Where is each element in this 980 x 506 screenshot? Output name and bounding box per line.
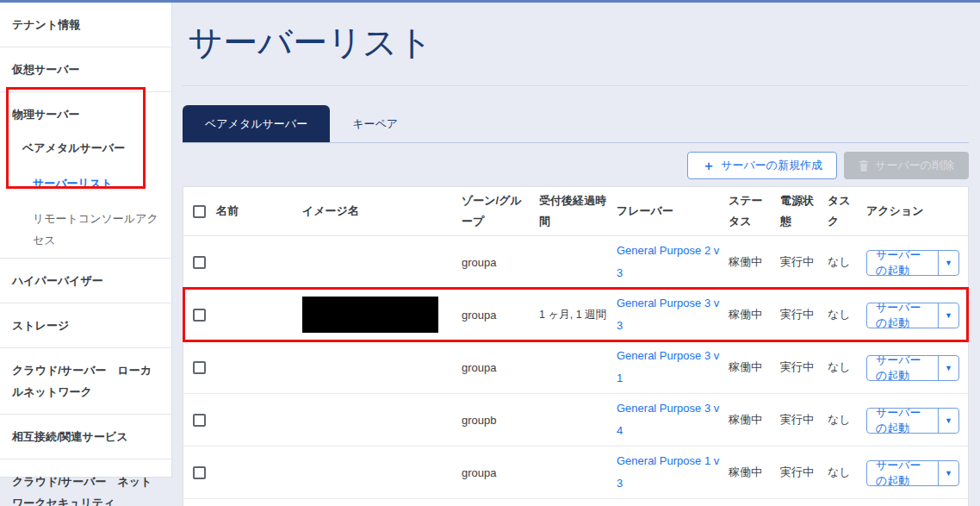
row-checkbox[interactable] [193, 414, 206, 427]
server-start-button[interactable]: サーバーの起動 [867, 409, 938, 433]
sidebar-item-virtual-server[interactable]: 仮想サーバー [0, 47, 171, 91]
table-body: groupa General Purpose 2 v 3 稼働中 実行中 なし … [183, 235, 968, 498]
server-start-button[interactable]: サーバーの起動 [867, 356, 938, 380]
cell-zone-group: groupa [462, 358, 539, 378]
row-checkbox[interactable] [193, 466, 206, 479]
cell-status: 稼働中 [729, 251, 780, 273]
header-zone-group: ゾーン/グループ [462, 187, 539, 235]
cell-zone-group: groupa [462, 253, 539, 272]
server-start-split-button: サーバーの起動 ▼ [866, 250, 959, 276]
cell-status: 稼働中 [729, 356, 780, 378]
header-action: アクション [866, 197, 968, 225]
cell-name [216, 259, 302, 265]
row-checkbox[interactable] [193, 309, 206, 322]
header-flavor: フレーバー [617, 197, 729, 225]
cell-power-state: 実行中 [780, 251, 828, 273]
cell-image-name [302, 259, 462, 265]
sidebar-item-hypervisor[interactable]: ハイパーバイザー [0, 258, 171, 303]
cell-task: なし [828, 461, 866, 484]
cell-status: 稼働中 [729, 303, 780, 326]
row-checkbox[interactable] [193, 256, 206, 269]
server-start-split-button: サーバーの起動 ▼ [866, 355, 959, 381]
flavor-link[interactable]: General Purpose 3 v 1 [617, 349, 719, 384]
sidebar-item-physical-server[interactable]: 物理サーバー [0, 91, 171, 130]
sidebar-item-interconnect-services[interactable]: 相互接続/関連サービス [0, 414, 171, 459]
dropdown-caret-icon[interactable]: ▼ [938, 356, 958, 380]
table-footer-count: 5 件表示 [183, 498, 968, 506]
sidebar-item-local-network[interactable]: クラウド/サーバー ローカルネットワーク [0, 347, 171, 414]
header-image-name: イメージ名 [302, 197, 462, 225]
table-row: groupa General Purpose 1 v 3 稼働中 実行中 なし … [183, 446, 968, 498]
cell-status: 稼働中 [729, 461, 780, 484]
trash-icon [859, 160, 869, 172]
cell-elapsed-time [539, 416, 617, 423]
table-header-row: 名前 イメージ名 ゾーン/グループ 受付後経過時間 フレーバー ステータス 電源… [183, 187, 968, 235]
cell-name [216, 311, 302, 318]
server-start-button[interactable]: サーバーの起動 [867, 251, 938, 275]
server-start-split-button: サーバーの起動 ▼ [866, 303, 959, 328]
sidebar-item-storage[interactable]: ストレージ [0, 303, 171, 347]
cell-image-name [302, 469, 462, 476]
cell-power-state: 実行中 [780, 409, 828, 431]
table-row: groupa General Purpose 3 v 1 稼働中 実行中 なし … [183, 340, 968, 393]
sidebar-item-tenant-info[interactable]: テナント情報 [0, 3, 171, 47]
cell-name [216, 416, 302, 423]
flavor-link[interactable]: General Purpose 3 v 4 [617, 402, 719, 437]
server-start-split-button: サーバーの起動 ▼ [866, 460, 959, 486]
tab-baremetal-server[interactable]: ベアメタルサーバー [183, 105, 330, 142]
redacted-area [302, 297, 438, 333]
dropdown-caret-icon[interactable]: ▼ [938, 303, 958, 328]
sidebar-item-remote-console-access[interactable]: リモートコンソールアクセス [0, 201, 171, 258]
flavor-link[interactable]: General Purpose 1 v 3 [617, 454, 719, 490]
cell-elapsed-time [539, 364, 617, 371]
server-start-button[interactable]: サーバーの起動 [867, 303, 938, 328]
delete-server-button[interactable]: サーバーの削除 [844, 152, 969, 179]
header-task: タスク [828, 187, 866, 235]
delete-server-label: サーバーの削除 [875, 158, 954, 173]
cell-power-state: 実行中 [780, 461, 828, 484]
flavor-link[interactable]: General Purpose 3 v 3 [617, 297, 719, 332]
cell-power-state: 実行中 [780, 356, 828, 378]
cell-elapsed-time: 1 ヶ月, 1 週間 [539, 304, 617, 326]
header-elapsed-time: 受付後経過時間 [539, 187, 617, 235]
cell-zone-group: groupb [462, 410, 539, 430]
cell-name [216, 364, 302, 371]
server-table: 名前 イメージ名 ゾーン/グループ 受付後経過時間 フレーバー ステータス 電源… [183, 186, 969, 506]
cell-image-name [302, 364, 462, 371]
row-checkbox[interactable] [193, 361, 206, 374]
sidebar-item-server-list[interactable]: サーバーリスト [0, 166, 171, 201]
tab-bar: ベアメタルサーバー キーペア [183, 105, 969, 143]
cell-elapsed-time [539, 469, 617, 476]
flavor-link[interactable]: General Purpose 2 v 3 [617, 244, 719, 279]
plus-icon: ＋ [702, 158, 715, 174]
cell-task: なし [828, 303, 866, 326]
cell-task: なし [828, 251, 866, 273]
sidebar-item-baremetal-server[interactable]: ベアメタルサーバー [0, 130, 171, 166]
cell-image-name [302, 416, 462, 423]
server-start-button[interactable]: サーバーの起動 [867, 461, 938, 485]
dropdown-caret-icon[interactable]: ▼ [938, 461, 958, 485]
cell-elapsed-time [539, 259, 617, 265]
cell-image-name [302, 293, 462, 336]
toolbar: ＋ サーバーの新規作成 サーバーの削除 [183, 152, 969, 179]
select-all-checkbox[interactable] [193, 205, 206, 218]
sidebar: テナント情報 仮想サーバー 物理サーバー ベアメタルサーバー サーバーリスト リ… [0, 3, 172, 478]
cell-task: なし [828, 409, 866, 431]
server-start-split-button: サーバーの起動 ▼ [866, 408, 959, 434]
create-server-button[interactable]: ＋ サーバーの新規作成 [687, 152, 837, 179]
table-row: groupa General Purpose 2 v 3 稼働中 実行中 なし … [183, 235, 968, 288]
cell-status: 稼働中 [729, 409, 780, 431]
cell-zone-group: groupa [462, 305, 539, 325]
sidebar-item-network-security[interactable]: クラウド/サーバー ネットワークセキュリティ [0, 459, 171, 506]
cell-power-state: 実行中 [780, 303, 828, 326]
cell-name [216, 469, 302, 476]
page-title: サーバーリスト [188, 22, 969, 63]
header-status: ステータス [729, 187, 780, 235]
cell-zone-group: groupa [462, 463, 539, 483]
dropdown-caret-icon[interactable]: ▼ [938, 409, 958, 433]
main-content: サーバーリスト ベアメタルサーバー キーペア ＋ サーバーの新規作成 サーバーの… [172, 3, 980, 506]
tab-keypair[interactable]: キーペア [330, 105, 420, 142]
cell-task: なし [828, 356, 866, 378]
dropdown-caret-icon[interactable]: ▼ [938, 251, 958, 275]
header-power-state: 電源状態 [780, 187, 828, 235]
